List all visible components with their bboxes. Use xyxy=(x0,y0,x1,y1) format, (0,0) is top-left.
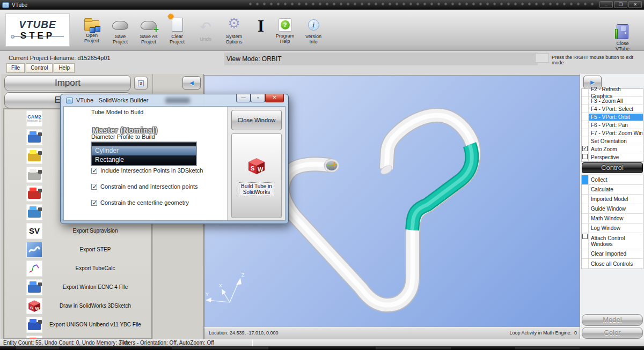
winton-machine-icon xyxy=(26,279,42,295)
dialog-title: VTube - SolidWorks Builder xyxy=(76,97,149,103)
control-guide-window[interactable]: Guide Window xyxy=(582,204,643,214)
f6-vport-pan[interactable]: F6 - VPort: Pan xyxy=(582,121,643,129)
maximize-button[interactable]: ❐ xyxy=(614,1,627,8)
undo-button[interactable]: ↶ Undo xyxy=(193,17,218,43)
close-vtube-button[interactable]: CloseVTube xyxy=(610,23,635,53)
save-as-project-button[interactable]: + Save AsProject xyxy=(136,14,161,46)
hint-box xyxy=(535,53,549,63)
vtube-wave-icon: ≈ xyxy=(66,98,73,103)
control-imported-model[interactable]: Imported Model xyxy=(582,195,643,204)
starburst-icon: ✹ xyxy=(168,12,174,21)
constrain-centerline-option[interactable]: Constrain the centerline geometry xyxy=(91,199,189,206)
text-cursor-glyph: I xyxy=(258,17,264,36)
close-window-button[interactable]: Close Window xyxy=(231,110,282,130)
tube-open-end xyxy=(324,159,339,173)
import-options-icon: 3 xyxy=(138,80,144,86)
logo-line2: STEP xyxy=(20,31,55,41)
minimize-button[interactable]: – xyxy=(599,1,613,8)
solidworks-builder-dialog[interactable]: ≈ VTube - SolidWorks Builder — ▫ ✕ Tube … xyxy=(60,94,289,224)
build-tube-button[interactable]: S W Build Tube inSolidWorks xyxy=(231,133,282,218)
axis-triad xyxy=(206,278,241,302)
dialog-maximize-button[interactable]: ▫ xyxy=(251,94,265,102)
control-section-header[interactable]: Control xyxy=(582,162,643,173)
view-mode-label: View Mode: ORBIT xyxy=(226,55,281,63)
attach-control-checkbox[interactable] xyxy=(582,234,588,239)
draw-solidworks-item[interactable]: S W Draw in SolidWorks 3DSketch xyxy=(4,296,151,315)
vtube-step-logo: VTUBE STEP xyxy=(5,13,70,47)
export-winton-item[interactable]: Export Winton ECNC 4 FIle xyxy=(4,278,151,296)
open-project-button[interactable]: OpenProject xyxy=(79,16,104,45)
export-unison-item[interactable]: Export UNISON Unibend v11 YBC File xyxy=(4,315,151,334)
logo-line1: VTUBE xyxy=(19,19,56,31)
auto-zoom-checkbox[interactable] xyxy=(582,146,588,151)
machine-blue-icon xyxy=(26,129,42,145)
open-folder-icon xyxy=(84,20,99,31)
machine-red-icon xyxy=(26,185,42,202)
menu-file[interactable]: File xyxy=(6,63,25,73)
f3-zoom-all[interactable]: F3 - Zoom All xyxy=(582,97,643,105)
gear-icon: ⚙ xyxy=(228,16,240,32)
constrain-end-points-option[interactable]: Constrain end and intersection points xyxy=(91,183,198,190)
dialog-title-bar[interactable]: ≈ VTube - SolidWorks Builder — ▫ ✕ xyxy=(61,94,288,106)
program-help-button[interactable]: ? ProgramHelp xyxy=(273,15,297,46)
intersection-points-checkbox[interactable] xyxy=(91,168,97,174)
import-button[interactable]: Import xyxy=(4,75,131,91)
svg-text:Y: Y xyxy=(206,292,209,297)
control-clear-imported[interactable]: Clear Imported xyxy=(582,249,643,259)
entity-count-status: Entity Count: 55, Undo Count: 0, Undo Me… xyxy=(3,340,129,346)
save-project-button[interactable]: SaveProject xyxy=(108,14,133,46)
f5-vport-orbit[interactable]: F5 - VPort: Orbit xyxy=(582,113,643,121)
model-section-button[interactable]: Model xyxy=(582,314,643,326)
system-options-button[interactable]: ⚙ SystemOptions xyxy=(222,14,246,46)
constrain-end-points-checkbox[interactable] xyxy=(91,184,97,190)
version-info-button[interactable]: i VersionInfo xyxy=(301,14,326,46)
dialog-close-button[interactable]: ✕ xyxy=(265,94,284,102)
solidworks-cube-icon: S W xyxy=(247,157,266,176)
svg-text:W: W xyxy=(258,166,264,173)
control-collect[interactable]: Collect xyxy=(582,175,643,185)
current-project-filename: Current Project Filename: d152654p01 xyxy=(9,55,111,61)
clear-project-button[interactable]: ✹ ClearProject xyxy=(165,14,189,46)
control-math-window[interactable]: Math Window xyxy=(582,214,643,224)
perspective-toggle[interactable]: Perspective xyxy=(582,153,643,161)
f7-vport-zoom-win[interactable]: F7 - VPort: Zoom Win xyxy=(582,129,643,137)
intersection-points-option[interactable]: Include Intersection Points in 3DSketch xyxy=(91,167,203,174)
profile-cylinder-option[interactable]: Cylinder xyxy=(92,146,196,155)
close-button[interactable]: ✕ xyxy=(628,1,642,8)
orbit-exit-hint: Press the RIGHT mouse button to exit mod… xyxy=(552,55,644,65)
collapse-left-arrow-button[interactable]: ◄ xyxy=(182,76,201,90)
app-title-bar: ≈ VTube – ❐ ✕ xyxy=(0,0,644,10)
help-icon: ? xyxy=(279,18,292,32)
list-item[interactable] xyxy=(4,334,151,339)
attach-control-windows-toggle[interactable]: Attach Control Windows xyxy=(582,233,643,249)
save-disk-icon xyxy=(112,21,128,30)
control-close-all[interactable]: Close all Controls xyxy=(582,259,643,269)
auto-zoom-toggle[interactable]: Auto Zoom xyxy=(582,145,643,153)
timers-status: Timers - Orientation: Off, AutoZoom: Off xyxy=(119,340,214,346)
export-tubecalc-item[interactable]: Export TubeCalc xyxy=(4,259,151,278)
menu-control[interactable]: Control xyxy=(26,63,53,73)
set-orientation[interactable]: Set Orientation xyxy=(582,137,643,145)
perspective-checkbox[interactable] xyxy=(582,154,588,159)
color-section-button[interactable]: Color xyxy=(582,327,643,339)
dialog-minimize-button[interactable]: — xyxy=(236,94,251,102)
import-options-button[interactable]: 3 xyxy=(134,77,148,90)
export-supravision-item[interactable]: SV Export Supravision xyxy=(4,221,151,240)
view-control-panel: ► F2 - Refresh Graphics F3 - Zoom All F4… xyxy=(580,74,644,339)
menu-help[interactable]: Help xyxy=(54,63,75,73)
vtube-app-icon: ≈ xyxy=(2,2,9,8)
profile-rectangle-option[interactable]: Rectangle xyxy=(92,155,196,165)
export-step-item[interactable]: Export STEP xyxy=(4,240,151,259)
control-calculate[interactable]: Calculate xyxy=(582,185,643,195)
viewport-status-bar: Location: 24.539, -17.010, 0.000 Loop Ac… xyxy=(204,327,580,339)
document-icon: ✹ xyxy=(172,18,183,32)
supravision-logo-icon: SV xyxy=(26,223,42,239)
loop-activity-readout: Loop Activity in Math Engine: 0 xyxy=(509,330,577,336)
constrain-centerline-checkbox[interactable] xyxy=(91,200,97,206)
f2-refresh-graphics[interactable]: F2 - Refresh Graphics xyxy=(582,89,643,97)
window-title: VTube xyxy=(12,2,27,8)
diameter-profile-list[interactable]: Cylinder Rectangle xyxy=(91,142,196,166)
f4-vport-select[interactable]: F4 - VPort: Select xyxy=(582,105,643,113)
dialog-action-column: Close Window S W Build Tube inSolidWorks xyxy=(227,107,285,220)
control-log-window[interactable]: Log Window xyxy=(582,224,643,233)
